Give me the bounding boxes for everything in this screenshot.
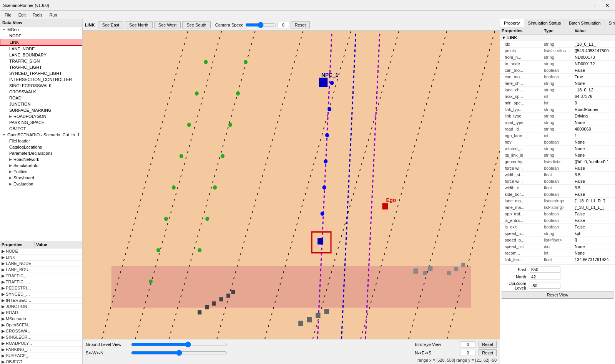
col-type-header: Type [542, 27, 573, 34]
tab-simulation-status[interactable]: Simulation Status [524, 19, 565, 27]
tree-item-parameterdecl[interactable]: ParameterDeclarations [0, 150, 82, 156]
up-input[interactable] [530, 283, 560, 289]
camera-speed-slider[interactable] [245, 22, 276, 28]
prop-name: ▶ JUNCTION [2, 304, 32, 309]
tree-item-roadpolygon[interactable]: ▶ ROADPOLYGON [0, 113, 82, 119]
rp-type-min-spe: int [542, 100, 573, 106]
prop-name: ▶ OBJECT [2, 359, 32, 364]
bird-eye-value[interactable] [460, 341, 475, 347]
rp-row-lane-ma-1: lane_ma... list<string> ['_18_0_L1_R_'] [500, 198, 615, 204]
rp-val-idx: _18_0_L1_ [573, 41, 615, 47]
tree-item-openscenario[interactable]: ▼ OpenSCENARIO - Scenario_Cut_In_1 [0, 132, 82, 138]
camera-speed-value[interactable] [278, 22, 289, 28]
expand-icon: ▼ [2, 28, 6, 31]
tree-item-mgeo[interactable]: ▼ MGeo [0, 26, 82, 33]
svg-rect-44 [428, 266, 432, 271]
menu-tools[interactable]: Tools [30, 12, 46, 18]
rp-prop-speed-o: speed_o... [500, 237, 542, 243]
tree-item-storyboard[interactable]: ▶ Storyboard [0, 175, 82, 181]
col-value-header: Value [573, 27, 615, 34]
ne-reset-button[interactable]: Reset [479, 349, 497, 356]
rp-val-road-id: 4000060 [573, 126, 615, 132]
rp-val-can-mo-1: False [573, 67, 615, 73]
window-controls: — □ ✕ [580, 2, 612, 8]
menu-run[interactable]: Run [46, 12, 60, 18]
expand-icon: ▶ [9, 176, 12, 180]
menu-edit[interactable]: Edit [15, 12, 29, 18]
prop-name: ▶ TRAFFIC_SL... [2, 273, 32, 278]
tree-item-junction[interactable]: JUNCTION [0, 101, 82, 107]
tab-simulati[interactable]: Simulati ◄ ► [605, 19, 615, 27]
tree-item-entities[interactable]: ▶ Entities [0, 169, 82, 175]
rp-val-lane-ma-2: ['_18_0_L1_L_'] [573, 204, 615, 210]
tree-item-road[interactable]: ROAD [0, 95, 82, 101]
east-input[interactable] [530, 266, 560, 273]
svg-point-13 [187, 123, 191, 127]
tab-property[interactable]: Property [500, 19, 524, 27]
north-input[interactable] [530, 274, 560, 280]
tree-item-crosswalk[interactable]: CROSSWALK [0, 89, 82, 95]
viewport-canvas[interactable]: NPC_1 Ego [83, 31, 500, 339]
tree-item-intersection-ctrl[interactable]: INTERSECTION_CONTROLLER [0, 76, 82, 83]
tree-item-traffic-sign[interactable]: TRAFFIC_SIGN [0, 58, 82, 64]
svg-point-14 [180, 154, 183, 158]
tab-batch-simulation[interactable]: Batch Simulation [565, 19, 605, 27]
tree-item-simulatorinfo[interactable]: ▶ SimulatorInfo [0, 162, 82, 169]
rp-val-hov: None [573, 139, 615, 145]
minimize-button[interactable]: — [580, 2, 590, 8]
tree-item-lane-boundary[interactable]: LANE_BOUNDARY [0, 52, 82, 58]
svg-text:NPC_1: NPC_1 [321, 71, 338, 78]
tree-item-lane-node[interactable]: LANE_NODE [0, 46, 82, 52]
rp-prop-lane-ma-2: lane_ma... [500, 204, 542, 210]
tree-item-traffic-light[interactable]: TRAFFIC_LIGHT [0, 64, 82, 70]
ne-value[interactable] [460, 350, 475, 356]
see-north-button[interactable]: See North [125, 22, 153, 28]
tree-item-fileheader[interactable]: FileHeader [0, 138, 82, 144]
rp-val-speed-u: kph [573, 230, 615, 237]
tree-item-synced-traffic-light[interactable]: SYNCED_TRAFFIC_LIGHT [0, 70, 82, 76]
tree-item-cataloglocations[interactable]: CatalogLocations [0, 144, 82, 150]
properties-panel: Properties Value ▶ NODE ▶ LINK ▶ LANE_NO… [0, 241, 82, 364]
tree-item-object[interactable]: OBJECT [0, 126, 82, 132]
bird-eye-reset-button[interactable]: Reset [479, 341, 497, 348]
see-east-button[interactable]: See East [98, 22, 124, 28]
svg-rect-56 [454, 267, 458, 271]
tree-item-surface-marking[interactable]: SURFACE_MARKING [0, 107, 82, 113]
rp-prop-side-bor: side_bor... [500, 191, 542, 197]
prop-name: ▶ SINGLECRO... [2, 335, 32, 340]
rp-val-opp-traf: False [573, 211, 615, 217]
svg-text:Ego: Ego [386, 197, 396, 204]
prop-name: ▶ OpenSCEN... [2, 323, 32, 328]
rp-val-ego-lane: 1 [573, 132, 615, 139]
rp-row-side-bor: side_bor... boolean False [500, 191, 615, 198]
tree-item-parking-space[interactable]: PARKING_SPACE [0, 119, 82, 126]
tree-label: Evaluation [13, 182, 33, 186]
ground-level-slider[interactable] [131, 341, 227, 347]
reset-view-button[interactable]: Reset View [502, 291, 613, 299]
tree-item-link[interactable]: LINK [0, 39, 82, 46]
close-button[interactable]: ✕ [603, 2, 612, 8]
right-properties: Properties Type Value ▼ LINK idx string … [500, 27, 615, 364]
expand-icon: ▶ [9, 164, 12, 167]
prop-name: ▶ TRAFFIC_LI... [2, 280, 32, 285]
sw-slider[interactable] [131, 350, 227, 356]
see-south-button[interactable]: See South [182, 22, 210, 28]
tree-item-evaluation[interactable]: ▶ Evaluation [0, 181, 82, 187]
tree-item-roadnetwork[interactable]: ▶ RoadNetwork [0, 156, 82, 162]
rp-type-can-mo-1: boolean [542, 67, 573, 73]
svg-point-31 [325, 133, 329, 137]
tree-item-node[interactable]: NODE [0, 33, 82, 39]
rp-val-recom: None [573, 250, 615, 256]
rp-row-road-type: road_type string None [500, 119, 615, 126]
camera-reset-button[interactable]: Reset [291, 22, 310, 28]
rp-type-force-wi-2: boolean [542, 178, 573, 184]
coord-grid: East North Up(Zoom Level) [502, 266, 613, 290]
rp-row-related: related_... string None [500, 146, 615, 152]
tree-item-singlecrosswalk[interactable]: SINGLECROSSWALK [0, 83, 82, 89]
menu-file[interactable]: File [2, 12, 15, 18]
see-west-button[interactable]: See West [154, 22, 181, 28]
rp-type-lane-ch-2: string [542, 87, 573, 93]
tree-label: ROADPOLYGON [13, 114, 46, 119]
maximize-button[interactable]: □ [593, 2, 600, 8]
prop-row: ▶ LANE_NODE [0, 261, 82, 267]
